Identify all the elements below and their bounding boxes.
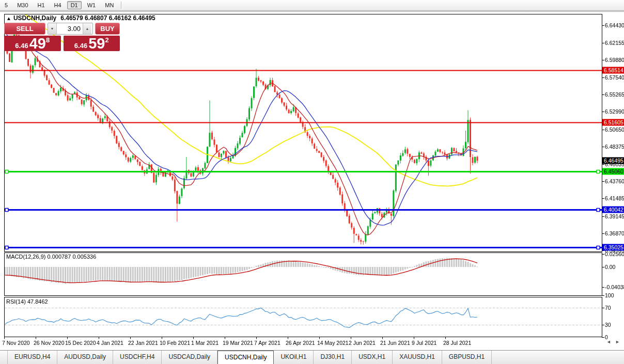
buy-price-big: 59 bbox=[88, 37, 105, 51]
price-tick-label: 6.52990 bbox=[605, 108, 624, 115]
date-label: 26 Nov 2020 bbox=[34, 340, 65, 346]
price-tick-label: 6.55265 bbox=[605, 91, 624, 98]
price-level-badge: 6.46495 bbox=[602, 157, 624, 164]
timeframe-button-m30[interactable]: M30 bbox=[13, 1, 32, 9]
chart-tab-usdcad[interactable]: USDCAD,Daily bbox=[162, 351, 217, 364]
price-tick-label: 6.57540 bbox=[605, 74, 624, 81]
price-tick-label: 6.59880 bbox=[605, 57, 624, 63]
sell-price-big: 49 bbox=[29, 37, 46, 51]
trade-controls-row: SELL ▼ ▲ BUY bbox=[4, 23, 120, 35]
rsi-tick-label: 100 bbox=[605, 292, 614, 298]
timeframe-button-5[interactable]: 5 bbox=[1, 1, 11, 9]
date-label: 9 Jul 2021 bbox=[412, 340, 436, 346]
date-label: 26 Apr 2021 bbox=[286, 340, 315, 346]
macd-tick-label: 0.00 bbox=[605, 264, 615, 270]
date-label: 4 Jan 2021 bbox=[97, 340, 123, 346]
timeframe-button-d1[interactable]: D1 bbox=[67, 1, 82, 9]
price-tick-label: 6.41485 bbox=[605, 195, 624, 201]
tab-scroll-controls: ◄► bbox=[606, 339, 624, 344]
one-click-trading-panel: SELL ▼ ▲ BUY 6.46498 6.46592 bbox=[4, 23, 120, 51]
macd-tick-label: 0.025609 bbox=[605, 251, 624, 257]
ohlc-values: 6.46579 6.46807 6.46162 6.46495 bbox=[60, 14, 155, 22]
timeframe-button-mn[interactable]: MN bbox=[101, 1, 117, 9]
date-label: 14 May 2021 bbox=[317, 340, 349, 346]
date-label: 7 Nov 2020 bbox=[2, 340, 30, 346]
volume-input[interactable] bbox=[57, 23, 83, 34]
volume-stepper: ▼ ▲ bbox=[48, 23, 93, 35]
buy-button[interactable]: BUY bbox=[95, 23, 120, 35]
trade-prices-row: 6.46498 6.46592 bbox=[4, 36, 120, 51]
price-level-badge: 6.58514 bbox=[602, 67, 624, 73]
price-level-badge: 6.51605 bbox=[602, 119, 624, 125]
date-label: 22 Jan 2021 bbox=[128, 340, 158, 346]
scroll-right-icon[interactable]: ► bbox=[615, 339, 620, 344]
price-tick-label: 6.64430 bbox=[605, 22, 624, 28]
date-label: 2 Jun 2021 bbox=[349, 340, 376, 346]
chart-title: ▲USDCNH,Daily6.46579 6.46807 6.46162 6.4… bbox=[6, 14, 155, 22]
chart-tab-ukoil[interactable]: UKOil,H1 bbox=[274, 351, 314, 364]
chart-tab-audusd[interactable]: AUDUSD,Daily bbox=[57, 351, 113, 364]
chart-tab-dj30[interactable]: DJ30,H1 bbox=[314, 351, 352, 364]
sell-price-sup: 8 bbox=[46, 36, 50, 44]
price-level-badge: 6.35025 bbox=[602, 244, 624, 250]
chart-tab-usdx[interactable]: USDX,H1 bbox=[352, 351, 393, 364]
timeframe-button-w1[interactable]: W1 bbox=[84, 1, 100, 9]
date-label: 28 Jul 2021 bbox=[443, 340, 471, 346]
buy-price-prefix: 6.46 bbox=[74, 42, 87, 49]
scroll-left-icon[interactable]: ◄ bbox=[606, 339, 611, 344]
chart-tab-xauusd[interactable]: XAUUSD,H1 bbox=[393, 351, 442, 364]
chart-tabs-bar: EURUSD,H4AUDUSD,DailyUSDCHF,H4USDCAD,Dai… bbox=[0, 350, 624, 364]
price-tick-label: 6.43760 bbox=[605, 178, 624, 184]
chart-tab-usdcnh[interactable]: USDCNH,Daily bbox=[217, 351, 274, 364]
chevron-down-icon: ▼ bbox=[51, 27, 54, 30]
date-label: 1 Mar 2021 bbox=[191, 340, 219, 346]
chart-tab-gbpusd[interactable]: GBPUSD,H1 bbox=[442, 351, 492, 364]
chart-tab-eurusd[interactable]: EURUSD,H4 bbox=[7, 351, 57, 364]
rsi-label: RSI(14) 47.8462 bbox=[6, 298, 48, 305]
macd-label: MACD(12,26,9) 0.000787 0.005336 bbox=[6, 254, 96, 260]
volume-increase-button[interactable]: ▲ bbox=[83, 23, 91, 34]
macd-tick-label: -0.04038 bbox=[605, 284, 624, 290]
price-level-badge: 6.40042 bbox=[602, 206, 624, 213]
chart-tab-usdchf[interactable]: USDCHF,H4 bbox=[113, 351, 162, 364]
price-level-badge: 6.45060 bbox=[602, 168, 624, 175]
sell-price[interactable]: 6.46498 bbox=[4, 36, 61, 51]
price-tick-label: 6.62155 bbox=[605, 40, 624, 46]
timeframe-toolbar: 5M30H1H4D1W1MN bbox=[0, 0, 624, 11]
price-tick-label: 6.39145 bbox=[605, 213, 624, 219]
symbol-label: USDCNH,Daily bbox=[13, 14, 56, 22]
date-label: 19 Mar 2021 bbox=[223, 340, 253, 346]
toolbar-divider bbox=[121, 2, 121, 9]
sell-button[interactable]: SELL bbox=[4, 23, 45, 35]
sell-price-prefix: 6.46 bbox=[15, 42, 28, 49]
chart-canvas[interactable] bbox=[0, 0, 624, 364]
date-label: 7 Apr 2021 bbox=[254, 340, 280, 346]
chevron-up-icon: ▲ bbox=[86, 27, 89, 30]
date-label: 10 Feb 2021 bbox=[160, 340, 190, 346]
price-tick-label: 6.36870 bbox=[605, 230, 624, 236]
rsi-tick-label: 70 bbox=[605, 305, 611, 311]
timeframe-button-h4[interactable]: H4 bbox=[51, 1, 65, 9]
date-label: 15 Dec 2020 bbox=[65, 340, 96, 346]
rsi-tick-label: 30 bbox=[605, 322, 611, 328]
price-tick-label: 6.48375 bbox=[605, 144, 624, 150]
price-tick-label: 6.50650 bbox=[605, 126, 624, 133]
buy-price-sup: 2 bbox=[105, 36, 108, 44]
date-label: 21 Jun 2021 bbox=[380, 340, 410, 346]
timeframe-button-h1[interactable]: H1 bbox=[34, 1, 49, 9]
collapse-panel-icon[interactable]: ▲ bbox=[6, 15, 11, 21]
volume-decrease-button[interactable]: ▼ bbox=[48, 23, 57, 34]
buy-price[interactable]: 6.46592 bbox=[64, 36, 120, 51]
